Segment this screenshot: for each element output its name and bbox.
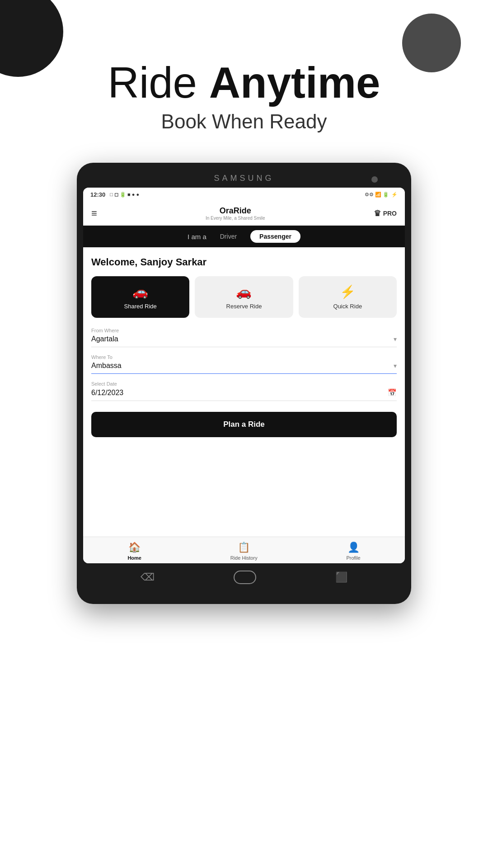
nav-ride-history[interactable]: 📋 Ride History: [230, 542, 258, 561]
from-dropdown-icon[interactable]: ▾: [394, 335, 397, 343]
from-where-value[interactable]: Agartala: [91, 335, 118, 343]
bottom-navigation: 🏠 Home 📋 Ride History 👤 Profile: [83, 537, 405, 563]
hero-title: Ride Anytime: [0, 59, 488, 107]
quick-ride-label: Quick Ride: [333, 303, 362, 310]
hero-title-light: Ride: [108, 58, 209, 107]
samsung-brand-bar: SAMSUNG: [83, 171, 405, 188]
profile-nav-icon: 👤: [347, 542, 360, 553]
back-hw-button[interactable]: ⌫: [141, 571, 155, 583]
pro-badge: ♛ PRO: [374, 208, 397, 218]
home-nav-icon: 🏠: [128, 542, 141, 553]
date-label: Select Date: [91, 381, 397, 387]
hero-title-bold: Anytime: [209, 58, 380, 107]
shared-ride-icon: 🚗: [132, 284, 148, 299]
plan-ride-button[interactable]: Plan a Ride: [91, 412, 397, 437]
status-time: 12:30 □ ◻ 🔋 ■ ● ●: [90, 191, 139, 198]
ride-type-cards: 🚗 Shared Ride 🚗 Reserve Ride ⚡ Quick Rid…: [91, 276, 397, 318]
role-prefix-label: I am a: [188, 233, 206, 241]
shared-ride-card[interactable]: 🚗 Shared Ride: [91, 276, 189, 318]
where-to-label: Where To: [91, 354, 397, 360]
select-date-field: Select Date 6/12/2023 📅: [91, 381, 397, 401]
home-nav-label: Home: [127, 555, 141, 561]
nav-home[interactable]: 🏠 Home: [127, 542, 141, 561]
status-bar: 12:30 □ ◻ 🔋 ■ ● ● ⚙⚙ 📶 🔋 ⚡: [83, 188, 405, 202]
shared-ride-label: Shared Ride: [124, 303, 157, 310]
hero-section: Ride Anytime Book When Ready: [0, 59, 488, 133]
from-where-label: From Where: [91, 328, 397, 333]
samsung-label: SAMSUNG: [214, 174, 274, 183]
driver-role-button[interactable]: Driver: [211, 230, 246, 243]
date-value[interactable]: 6/12/2023: [91, 389, 123, 397]
role-selector-bar: I am a Driver Passenger: [83, 226, 405, 247]
reserve-ride-icon: 🚗: [236, 284, 252, 299]
reserve-ride-label: Reserve Ride: [226, 303, 262, 310]
quick-ride-icon: ⚡: [340, 284, 356, 299]
app-tagline: In Every Mile, a Shared Smile: [206, 216, 265, 221]
from-where-field: From Where Agartala ▾: [91, 328, 397, 347]
recents-hw-button[interactable]: ⬛: [335, 571, 347, 583]
app-name: OraRide: [206, 206, 265, 216]
app-empty-space: [83, 446, 405, 537]
passenger-role-button[interactable]: Passenger: [250, 230, 300, 243]
date-value-row: 6/12/2023 📅: [91, 388, 397, 397]
history-nav-label: Ride History: [230, 555, 258, 561]
where-to-value[interactable]: Ambassa: [91, 362, 122, 370]
reserve-ride-card[interactable]: 🚗 Reserve Ride: [195, 276, 293, 318]
tablet-screen: 12:30 □ ◻ 🔋 ■ ● ● ⚙⚙ 📶 🔋 ⚡ ≡ OraRide In …: [83, 188, 405, 563]
hamburger-menu-icon[interactable]: ≡: [91, 208, 97, 219]
app-body: Welcome, Sanjoy Sarkar 🚗 Shared Ride 🚗 R…: [83, 247, 405, 446]
hardware-bottom-bar: ⌫ ⬛: [83, 563, 405, 591]
crown-icon: ♛: [374, 208, 381, 218]
nav-profile[interactable]: 👤 Profile: [346, 542, 360, 561]
where-to-field: Where To Ambassa ▾: [91, 354, 397, 374]
app-header: ≡ OraRide In Every Mile, a Shared Smile …: [83, 202, 405, 226]
tablet-outer-shell: SAMSUNG 12:30 □ ◻ 🔋 ■ ● ● ⚙⚙ 📶 🔋 ⚡ ≡ Ora…: [77, 163, 411, 604]
quick-ride-card[interactable]: ⚡ Quick Ride: [299, 276, 397, 318]
status-right-icons: ⚙⚙ 📶 🔋 ⚡: [365, 192, 398, 198]
pro-label: PRO: [383, 210, 397, 217]
calendar-icon[interactable]: 📅: [388, 388, 397, 397]
welcome-message: Welcome, Sanjoy Sarkar: [91, 256, 397, 268]
tablet-device: SAMSUNG 12:30 □ ◻ 🔋 ■ ● ● ⚙⚙ 📶 🔋 ⚡ ≡ Ora…: [77, 163, 411, 604]
profile-nav-label: Profile: [346, 555, 360, 561]
app-logo-area: OraRide In Every Mile, a Shared Smile: [206, 206, 265, 221]
hero-subtitle: Book When Ready: [0, 110, 488, 133]
to-dropdown-icon[interactable]: ▾: [394, 362, 397, 369]
history-nav-icon: 📋: [238, 542, 250, 553]
from-where-value-row: Agartala ▾: [91, 335, 397, 343]
home-hw-button[interactable]: [234, 571, 256, 584]
where-to-value-row: Ambassa ▾: [91, 362, 397, 370]
